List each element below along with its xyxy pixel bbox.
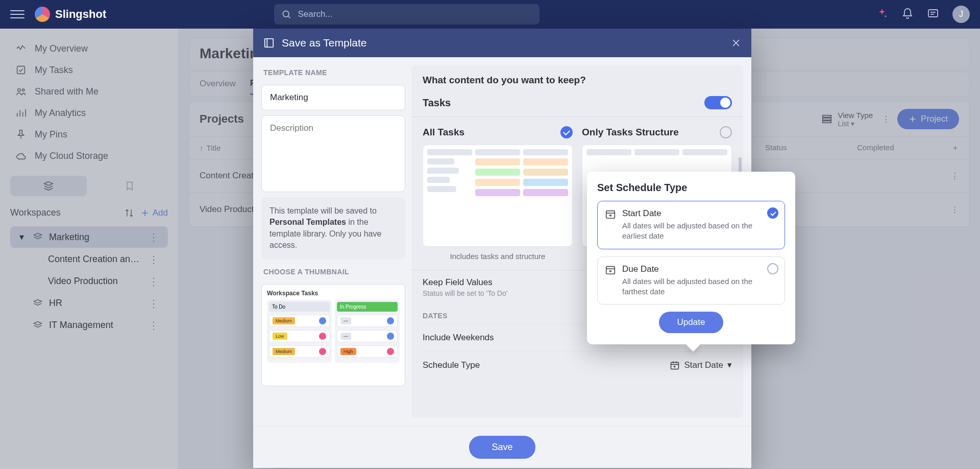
chevron-down-icon: ▾ <box>727 360 732 370</box>
modal-title: Save as Template <box>282 37 367 49</box>
search-input[interactable] <box>274 4 540 25</box>
tasks-label: Tasks <box>423 97 451 109</box>
svg-rect-30 <box>606 266 615 274</box>
close-icon[interactable] <box>731 38 741 48</box>
popover-title: Set Schedule Type <box>597 182 785 194</box>
avatar[interactable]: J <box>952 6 970 23</box>
tasks-toggle[interactable] <box>704 96 732 109</box>
menu-icon[interactable] <box>10 7 24 21</box>
svg-rect-20 <box>265 39 274 48</box>
only-structure-radio[interactable] <box>720 126 732 138</box>
all-tasks-label: All Tasks <box>423 127 464 138</box>
top-bar: Slingshot J <box>0 0 980 29</box>
only-structure-label: Only Tasks Structure <box>582 127 679 138</box>
calendar-start-icon <box>605 208 616 242</box>
save-button[interactable]: Save <box>469 436 535 459</box>
svg-line-1 <box>288 16 290 18</box>
all-tasks-preview <box>423 145 573 247</box>
radio-icon <box>767 263 778 274</box>
schedule-option-start[interactable]: Start DateAll dates will be adjusted bas… <box>597 201 785 249</box>
radio-checked-icon <box>767 207 778 219</box>
all-tasks-radio[interactable] <box>560 126 573 138</box>
update-button[interactable]: Update <box>659 312 724 333</box>
app-logo: Slingshot <box>35 7 106 22</box>
schedule-option-due[interactable]: Due DateAll dates will be adjusted based… <box>597 256 785 305</box>
svg-point-0 <box>283 11 289 17</box>
schedule-type-row[interactable]: Schedule Type Start Date ▾ <box>423 351 732 379</box>
all-tasks-caption: Includes tasks and structure <box>423 252 573 261</box>
app-name: Slingshot <box>55 8 106 21</box>
calendar-due-icon <box>605 264 616 297</box>
thumbnail-label: CHOOSE A THUMBNAIL <box>261 265 405 279</box>
template-description-input[interactable] <box>261 115 405 192</box>
logo-mark-icon <box>35 7 50 22</box>
schedule-type-popover: Set Schedule Type Start DateAll dates wi… <box>587 172 795 344</box>
template-name-input[interactable] <box>261 85 405 110</box>
search-icon <box>281 9 291 19</box>
chat-icon[interactable] <box>927 8 940 21</box>
template-icon <box>263 37 275 49</box>
content-question: What content do you want to keep? <box>423 75 732 86</box>
template-hint: This template will be saved to Personal … <box>261 197 405 260</box>
template-name-label: TEMPLATE NAME <box>261 65 405 80</box>
bell-icon[interactable] <box>901 8 915 21</box>
sparkle-icon[interactable] <box>876 8 889 21</box>
thumbnail-preview[interactable]: Workspace Tasks To Do Medium Low Medium … <box>261 284 405 386</box>
calendar-icon <box>670 360 680 370</box>
svg-rect-2 <box>928 10 938 17</box>
